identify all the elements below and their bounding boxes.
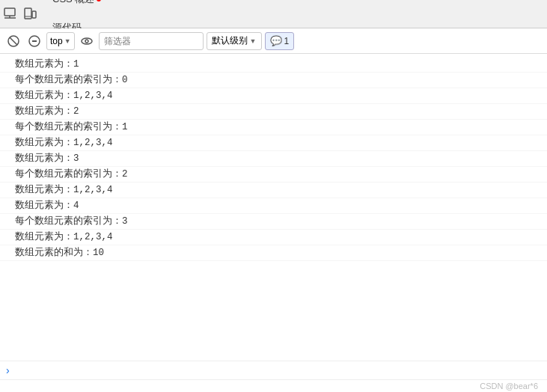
stop-button[interactable] xyxy=(25,32,43,50)
svg-rect-3 xyxy=(25,8,31,19)
nav-tab-3[interactable]: CSS 概述 xyxy=(43,0,110,14)
svg-line-7 xyxy=(10,37,17,45)
level-selector[interactable]: 默认级别 ▼ xyxy=(207,32,262,50)
level-dropdown-arrow: ▼ xyxy=(250,37,257,45)
svg-rect-0 xyxy=(4,8,15,16)
console-line: 每个数组元素的索引为：1 xyxy=(0,120,547,135)
context-label: top xyxy=(50,36,63,46)
message-count: 1 xyxy=(284,36,290,46)
clear-console-button[interactable] xyxy=(4,32,22,50)
console-line: 数组元素为：1 xyxy=(0,57,547,73)
message-badge[interactable]: 💬 1 xyxy=(265,32,295,50)
nav-icon-group xyxy=(3,7,37,22)
console-line: 数组元素的和为：10 xyxy=(0,245,547,261)
message-icon: 💬 xyxy=(270,35,282,46)
device-icon[interactable] xyxy=(22,7,37,22)
console-line: 数组元素为：3 xyxy=(0,151,547,167)
console-line: 数组元素为：1,2,3,4 xyxy=(0,230,547,245)
console-output: 数组元素为：1每个数组元素的索引为：0数组元素为：1,2,3,4数组元素为：2每… xyxy=(0,54,547,361)
eye-button[interactable] xyxy=(78,32,96,50)
console-line: 每个数组元素的索引为：2 xyxy=(0,167,547,183)
filter-input[interactable] xyxy=(99,32,204,50)
console-line: 数组元素为：1,2,3,4 xyxy=(0,135,547,151)
prompt-line[interactable]: › xyxy=(0,361,547,379)
console-line: 数组元素为：1,2,3,4 xyxy=(0,88,547,104)
inspect-icon[interactable] xyxy=(3,7,18,22)
footer-watermark: CSDN @bear*6 xyxy=(0,379,547,392)
prompt-arrow: › xyxy=(6,364,10,376)
console-line: 数组元素为：4 xyxy=(0,198,547,214)
level-label: 默认级别 xyxy=(212,34,248,47)
svg-rect-4 xyxy=(32,11,36,18)
toolbar: top ▼ 默认级别 ▼ 💬 1 xyxy=(0,28,547,54)
context-selector[interactable]: top ▼ xyxy=(46,32,75,50)
console-line: 每个数组元素的索引为：0 xyxy=(0,73,547,88)
console-line: 数组元素为：1,2,3,4 xyxy=(0,183,547,198)
watermark-text: CSDN @bear*6 xyxy=(480,382,538,391)
svg-point-10 xyxy=(82,38,92,44)
top-nav: 欢迎元素控制台CSS 概述源代码网络性能内存 xyxy=(0,0,547,28)
console-line: 数组元素为：2 xyxy=(0,104,547,120)
svg-point-11 xyxy=(85,40,88,43)
context-dropdown-arrow: ▼ xyxy=(64,37,71,45)
console-line: 每个数组元素的索引为：3 xyxy=(0,214,547,230)
